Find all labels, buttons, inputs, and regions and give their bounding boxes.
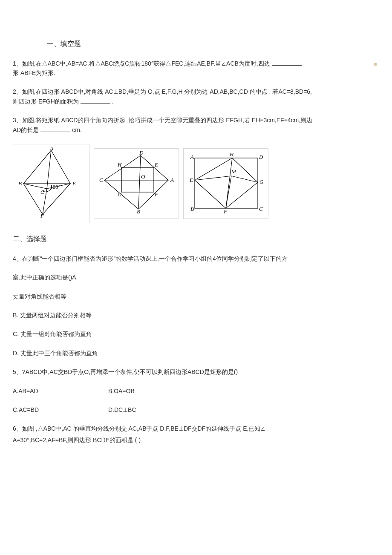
q3-line2a: AD的长是	[13, 127, 39, 133]
q1-line2: 形 ABFE为矩形.	[13, 69, 55, 76]
q2-line1: 2、如图,在四边形 ABCD中,对角线 AC⊥BD,垂足为 O,点 E,F,G,…	[13, 88, 312, 95]
document-page: 一、填空题 1、如图,在△ABC中,AB=AC,将△ABC绕点C旋转180°获得…	[0, 0, 392, 471]
question-6-line1: 6、如图 ,△ABC中,AC 的垂直均分线分别交 AC,AB于点 D,F,BE⊥…	[13, 424, 379, 433]
question-4-line3: 丈量对角线能否相等	[13, 292, 379, 301]
page-marker	[374, 63, 377, 66]
figure-2: D A B C H E F G O	[94, 148, 179, 219]
fig1-label-F: F	[40, 213, 44, 219]
q1-line1: 1、如图,在△ABC中,AB=AC,将△ABC绕点C旋转180°获得△FEC,连…	[13, 60, 270, 67]
question-4-line1: 4、在判断“一个四边形门框能否为矩形”的数学活动课上,一个合作学习小组的4位同学…	[13, 254, 379, 263]
fig3-label-E: E	[189, 177, 193, 183]
question-4-optC: C. 丈量一组对角能否都为直角	[13, 329, 379, 339]
fig1-label-angle: 180°	[50, 184, 61, 190]
fig3-label-M: M	[231, 168, 236, 175]
fig1-label-B: B	[18, 180, 22, 187]
figure-2-svg: D A B C H E F G O	[96, 150, 177, 214]
fig1-label-E: E	[72, 180, 76, 187]
svg-rect-9	[195, 158, 258, 208]
fig3-label-F: F	[223, 208, 228, 214]
question-5-row2: C.AC=BD D.DC⊥BC	[13, 405, 379, 414]
q5-optA: A.AB=AD	[13, 386, 107, 396]
question-5-stem: 5、?ABCD中,AC交BD于点O,再增添一个条件,仍不可以判断四边形ABCD是…	[13, 367, 379, 377]
q5-optC: C.AC=BD	[13, 405, 107, 414]
figure-row: A B C E F 180° D A B C H	[13, 144, 379, 223]
q2-line2b: .	[112, 98, 114, 105]
q5-optB: B.OA=OB	[108, 386, 202, 396]
q1-blank	[272, 59, 302, 66]
question-4-optD: D. 丈量此中三个角能否都为直角	[13, 348, 379, 358]
q2-line2a: 则四边形 EFGH的面积为	[13, 98, 79, 105]
question-2: 2、如图,在四边形 ABCD中,对角线 AC⊥BD,垂足为 O,点 E,F,G,…	[13, 87, 379, 106]
svg-marker-0	[23, 150, 51, 189]
svg-line-13	[231, 176, 258, 182]
question-1: 1、如图,在△ABC中,AB=AC,将△ABC绕点C旋转180°获得△FEC,连…	[13, 59, 379, 78]
fig2-label-O: O	[141, 173, 145, 180]
section-1-heading: 一、填空题	[47, 38, 379, 49]
svg-line-6	[138, 155, 141, 209]
q3-line1: 3、如图,将矩形纸 ABCD的四个角向内折起 ,恰巧拼成一个无空隙无重叠的四边形…	[13, 117, 312, 124]
svg-marker-5	[104, 155, 168, 209]
svg-line-3	[23, 184, 43, 214]
figure-1: A B C E F 180°	[13, 144, 89, 223]
question-4-line2: 案,此中正确的选项是()A.	[13, 273, 379, 282]
fig2-label-F: F	[154, 191, 159, 198]
svg-line-2	[51, 150, 70, 184]
q5-optD: D.DC⊥BC	[108, 405, 202, 414]
fig2-label-G: G	[118, 191, 122, 198]
question-3: 3、如图,将矩形纸 ABCD的四个角向内折起 ,恰巧拼成一个无空隙无重叠的四边形…	[13, 115, 379, 135]
svg-rect-8	[121, 167, 154, 192]
fig2-label-E: E	[154, 161, 158, 168]
fig3-label-G: G	[259, 178, 264, 185]
question-5-row1: A.AB=AD B.OA=OB	[13, 386, 379, 396]
figure-3: A D B C H G F E M	[183, 148, 268, 219]
fig3-label-C: C	[259, 206, 263, 212]
fig2-label-H: H	[117, 161, 122, 168]
fig2-label-B: B	[137, 208, 140, 214]
figure-1-svg: A B C E F 180°	[15, 146, 87, 219]
q2-blank	[81, 97, 110, 104]
svg-line-12	[195, 176, 231, 180]
fig2-label-D: D	[139, 150, 144, 156]
fig2-label-A: A	[170, 177, 174, 183]
question-6-line2: A=30°,BC=2,AF=BF,则四边形 BCDE的面积是 ( )	[13, 435, 379, 445]
svg-marker-10	[195, 158, 258, 208]
svg-line-11	[226, 158, 232, 208]
fig3-label-H: H	[229, 151, 234, 158]
question-4-optB: B. 丈量两组对边能否分别相等	[13, 311, 379, 320]
q3-blank	[40, 126, 70, 132]
fig3-label-A: A	[190, 154, 194, 160]
section-2-heading: 二、选择题	[13, 233, 379, 244]
q3-line2b: cm.	[72, 127, 82, 133]
fig3-label-D: D	[259, 154, 263, 160]
fig2-label-C: C	[99, 177, 103, 183]
svg-line-14	[226, 176, 231, 208]
figure-3-svg: A D B C H G F E M	[185, 150, 266, 214]
fig1-label-A: A	[49, 146, 53, 152]
fig1-label-C: C	[40, 189, 44, 195]
fig3-label-B: B	[190, 206, 194, 212]
